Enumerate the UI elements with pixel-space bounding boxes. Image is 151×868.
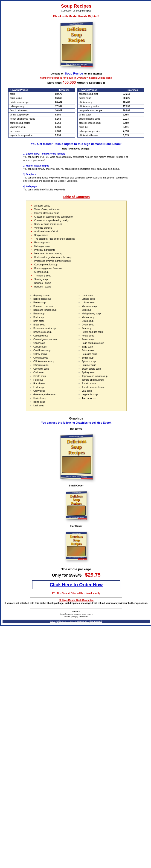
list-item: Fruit soup xyxy=(33,385,74,389)
table-row: cabbage soup diet53,218 xyxy=(78,92,144,96)
list-item: Sago and potato soup xyxy=(82,341,122,345)
list-item: All about soups xyxy=(34,204,122,208)
list-item: Bean soup xyxy=(33,312,74,315)
list-item: Brown stock soup xyxy=(33,330,74,334)
price-line: Only for $97.75 $29.75 xyxy=(3,572,150,578)
soup-list-right: Lentil soupLettuce soupLobster soupMacar… xyxy=(79,293,122,408)
order-button[interactable]: Click Here to Order Now xyxy=(32,580,120,589)
list-item: Green vegetable soup xyxy=(33,393,74,397)
cover-url: YourWebsite.com xyxy=(61,22,93,26)
graphic-flat-cover: YourWebsite.com DeliciousSoupRecipes Eas… xyxy=(3,532,150,560)
col-phrase: Keyword Phrase xyxy=(78,88,122,92)
table-row: cabbage soup17,994 xyxy=(8,104,75,108)
overture-text: Number of searches for 'Soup' in Overtur… xyxy=(3,76,150,79)
big-cover-label: Big Cover xyxy=(3,428,150,430)
graphics-heading: Graphics xyxy=(3,416,150,420)
soup-recipe-link[interactable]: Soup Recipe xyxy=(65,72,83,75)
list-item: Varieties of stock xyxy=(34,226,122,230)
list-item: Canned green pea soup xyxy=(33,338,74,341)
list-item: Haricot soup xyxy=(33,397,74,400)
list-item: Sago soup xyxy=(82,345,122,349)
list-item: Thickening soup xyxy=(34,274,122,278)
table-row: vegetable soup8,461 xyxy=(8,125,75,129)
list-item: Oyster soup xyxy=(82,323,122,327)
list-item: Sweet potato soup xyxy=(82,367,122,371)
cover-word-2: Soup xyxy=(71,32,82,37)
table-row: potato soup recipe26,494 xyxy=(8,100,75,104)
ebook-cover-big: YourWebsite.com Delicious Soup Recipes E… xyxy=(3,23,150,67)
benefits-list: 1) Ebook in PDF and MS Word formatsYou c… xyxy=(23,152,129,191)
list-item: Carrot soups xyxy=(33,345,74,349)
list-item: Recipes - stocks xyxy=(34,281,122,285)
table-row: tortilla soup recipe9,950 xyxy=(8,113,75,117)
table-row: potato soup30,225 xyxy=(78,96,144,100)
list-item: Herbs and vegetables used for soup. xyxy=(34,255,122,259)
graphics-subheading: You can use the following Graphics to se… xyxy=(3,421,150,424)
list-item: Cooking meat for soup. xyxy=(34,263,122,267)
cover-word-1: Delicious xyxy=(66,26,86,32)
list-item: Spinach soup xyxy=(82,360,122,363)
list-item: Bean and corn soup xyxy=(33,305,74,308)
table-row: soup58,676 xyxy=(8,92,75,96)
list-item: Serving soup xyxy=(34,278,122,281)
list-item: Cabbage soup xyxy=(33,334,74,338)
table-row: french onion soup recipe9,156 xyxy=(8,117,75,121)
cover-word-3: Recipes xyxy=(68,37,85,43)
contact-block: Contact: Your Company address goes here … xyxy=(3,610,150,618)
list-item: Creole soup xyxy=(33,374,74,378)
page-border: Soup Recipes Collection of Soup Recipes … xyxy=(0,0,151,626)
table-row: chicken soup18,430 xyxy=(78,100,144,104)
guarantee-text: If you are not satisfied with this Niche… xyxy=(3,602,150,604)
table-row: tortilla soup9,798 xyxy=(78,113,144,117)
table-row: taco soup7,863 xyxy=(8,129,75,133)
list-item: Recipes - soups xyxy=(34,285,122,289)
list-item: Chestnut soup xyxy=(33,356,74,360)
list-item: Cocoanut soup xyxy=(33,367,74,371)
list-item: Italian soup xyxy=(33,400,74,404)
list-item: Sydney soup xyxy=(82,371,122,374)
list-item: Cauliflower soup xyxy=(33,349,74,352)
list-item: Chicken soups xyxy=(33,363,74,367)
list-item: Caper soup xyxy=(33,341,74,345)
list-item: Gravy soup xyxy=(33,389,74,393)
list-item: Asparagus soup xyxy=(33,293,74,297)
graphic-small-cover: YourWebsite.com DeliciousSoupRecipes Eas… xyxy=(3,492,150,520)
list-item: Tomato soups xyxy=(82,382,122,385)
list-item: Principal ingredients xyxy=(34,248,122,252)
demand-heading: Demand of 'Soup Recipe' on the Internet xyxy=(3,72,150,75)
copyright-bar: © Copyright 2005, YOUR COMPANY. All righ… xyxy=(3,620,150,623)
list-item: Value of soup in the meal xyxy=(34,208,122,211)
list-item: Processes involved in making stock. xyxy=(34,259,122,263)
table-row: chicken tortilla soup6,315 xyxy=(78,133,144,137)
list-item: Classes of soup denoting consistency. xyxy=(34,215,122,219)
separator xyxy=(30,609,122,609)
list-item: And more ..... xyxy=(82,397,122,400)
list-item: Bread soup xyxy=(33,323,74,327)
list-item: Pea soup xyxy=(82,327,122,330)
guarantee-title: 90 Days Money Back Guarantee xyxy=(3,599,150,601)
whole-package: The whole package xyxy=(3,567,150,571)
list-item: Lentil soup xyxy=(82,293,122,297)
master-resale-heading: You Get Master Resale Rights to this hig… xyxy=(3,142,150,146)
list-item: Fish soup xyxy=(33,378,74,382)
table-row: cabbage soup recipe7,818 xyxy=(78,129,144,133)
list-item: Celery soups xyxy=(33,352,74,356)
table-row: broccoli cheese soup8,469 xyxy=(78,121,144,125)
soup-list-left: Asparagus soupBaked bean soupBarley soup… xyxy=(30,293,74,408)
list-item: Barley soup xyxy=(33,301,74,305)
list-item: Mutton soup xyxy=(82,315,122,319)
col-searches: Searches xyxy=(54,88,75,92)
cover-photo xyxy=(62,44,91,61)
list-item: Lobster soup xyxy=(82,301,122,305)
list-item: Clearing soup xyxy=(34,270,122,274)
cover-author: by Your Name xyxy=(81,66,93,67)
list-item: Bran stock xyxy=(33,319,74,323)
list-item: Leek soup xyxy=(33,404,74,408)
table-row: chicken soup recipe17,232 xyxy=(78,104,144,108)
col-phrase: Keyword Phrase xyxy=(8,88,54,92)
list-item: Soup extracts xyxy=(34,234,122,237)
list-item: Brown macaroni soup xyxy=(33,327,74,330)
flat-cover-label: Flat Cover xyxy=(3,525,150,527)
small-cover-label: Small Cover xyxy=(3,484,150,487)
list-item: Milk soup xyxy=(82,308,122,312)
